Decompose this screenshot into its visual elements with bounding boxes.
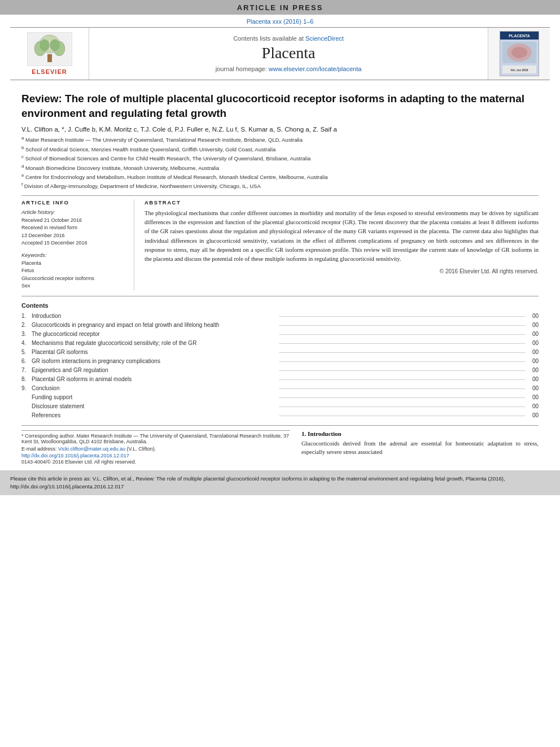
contents-heading: Contents: [21, 302, 539, 309]
contents-page-5: 00: [527, 348, 539, 356]
received-date: Received 21 October 2016: [21, 217, 125, 225]
intro-text: Glucocorticoids derived from the adrenal…: [301, 439, 539, 457]
contents-text-3: The glucocorticoid receptor: [32, 330, 277, 338]
contents-section: Contents 1. Introduction 00 2. Glucocort…: [0, 296, 560, 421]
contents-num-4: 4.: [21, 339, 32, 347]
article-title: Review: The role of multiple placental g…: [21, 91, 539, 120]
email-link[interactable]: Vicki.clifton@mater.uq.edu.au: [58, 446, 125, 452]
keyword-sex: Sex: [21, 282, 125, 290]
intro-heading: 1. Introduction: [301, 430, 539, 437]
keyword-placenta: Placenta: [21, 260, 125, 268]
contents-item-3: 3. The glucocorticoid receptor 00: [21, 330, 539, 338]
contents-page-funding: 00: [527, 394, 539, 401]
contents-item-9: 9. Conclusion 00: [21, 385, 539, 392]
svg-text:PLACENTA: PLACENTA: [509, 34, 530, 38]
contents-text-6: GR isoform interactions in pregnancy com…: [32, 357, 277, 365]
citation-bar: Please cite this article in press as: V.…: [0, 470, 560, 496]
svg-point-6: [50, 40, 59, 51]
contents-dots-3: [279, 329, 525, 335]
contents-item-6: 6. GR isoform interactions in pregnancy …: [21, 357, 539, 365]
contents-dots-funding: [279, 392, 525, 398]
contents-dots-references: [279, 410, 525, 416]
contents-dots-8: [279, 374, 525, 380]
contents-text-references: References: [32, 412, 277, 420]
affiliation-d: d Monash Biomedicine Discovery Institute…: [21, 163, 539, 172]
contents-page-disclosure: 00: [527, 403, 539, 410]
svg-rect-4: [47, 54, 52, 62]
footer-left: * Corresponding author. Mater Research I…: [21, 430, 290, 465]
contents-dots-6: [279, 356, 525, 362]
affiliation-f: f Division of Allergy-Immunology, Depart…: [21, 181, 539, 190]
article-info-column: ARTICLE INFO Article history: Received 2…: [21, 199, 134, 290]
contents-num-7: 7.: [21, 366, 32, 374]
journal-name: Placenta: [262, 44, 316, 62]
elsevier-label: ELSEVIER: [32, 68, 67, 75]
doi-link[interactable]: http://dx.doi.org/10.1016/j.placenta.201…: [21, 453, 290, 458]
contents-item-disclosure: Disclosure statement 00: [21, 403, 539, 410]
contents-page-1: 00: [527, 312, 539, 320]
affiliation-a: a Mater Research Institute — The Univers…: [21, 135, 539, 144]
contents-text-disclosure: Disclosure statement: [32, 403, 277, 410]
contents-item-references: References 00: [21, 412, 539, 420]
contents-num-1: 1.: [21, 312, 32, 320]
contents-text-1: Introduction: [32, 312, 277, 320]
affiliation-e: e Centre for Endocrinology and Metabolis…: [21, 172, 539, 181]
sciencedirect-line: Contents lists available at ScienceDirec…: [233, 35, 344, 42]
revised-label: Received in revised form: [21, 224, 125, 232]
email-line: E-mail address: Vicki.clifton@mater.uq.e…: [21, 446, 290, 452]
contents-item-1: 1. Introduction 00: [21, 312, 539, 320]
contents-dots-4: [279, 338, 525, 344]
contents-dots-5: [279, 347, 525, 353]
contents-page-9: 00: [527, 385, 539, 392]
contents-page-references: 00: [527, 412, 539, 420]
contents-item-8: 8. Placental GR isoforms in animal model…: [21, 375, 539, 383]
journal-header: ELSEVIER Contents lists available at Sci…: [10, 27, 550, 80]
contents-page-3: 00: [527, 330, 539, 338]
journal-citation: Placenta xxx (2016) 1–6: [0, 15, 560, 27]
homepage-line: journal homepage: www.elsevier.com/locat…: [216, 65, 362, 72]
svg-point-5: [40, 40, 49, 51]
contents-text-7: Epigenetics and GR regulation: [32, 366, 277, 374]
divider-1: [21, 195, 539, 196]
contents-item-2: 2. Glucocorticoids in pregnancy and impa…: [21, 321, 539, 329]
revised-date: 13 December 2016: [21, 232, 125, 240]
contents-text-9: Conclusion: [32, 385, 277, 392]
contents-item-5: 5. Placental GR isoforms 00: [21, 348, 539, 356]
contents-item-funding: Funding support 00: [21, 394, 539, 401]
contents-dots-7: [279, 365, 525, 371]
contents-page-8: 00: [527, 375, 539, 383]
affiliations: a Mater Research Institute — The Univers…: [21, 135, 539, 190]
contents-num-8: 8.: [21, 375, 32, 383]
article-in-press-banner: ARTICLE IN PRESS: [0, 0, 560, 15]
article-info-abstract: ARTICLE INFO Article history: Received 2…: [21, 199, 539, 290]
placenta-logo-box: PLACENTA Vol. xxx 2016: [488, 28, 550, 80]
contents-num-6: 6.: [21, 357, 32, 365]
affiliation-c: c School of Biomedical Sciences and Cent…: [21, 154, 539, 163]
contents-page-4: 00: [527, 339, 539, 347]
main-content: Review: The role of multiple placental g…: [0, 80, 560, 290]
history-label: Article history:: [21, 209, 125, 215]
issn-text: 0143-4004/© 2016 Elsevier Ltd. All right…: [21, 459, 290, 465]
keywords-label: Keywords:: [21, 252, 125, 258]
contents-item-7: 7. Epigenetics and GR regulation 00: [21, 366, 539, 374]
abstract-heading: ABSTRACT: [145, 199, 539, 206]
article-info-heading: ARTICLE INFO: [21, 199, 125, 206]
abstract-text: The physiological mechanisms that confer…: [145, 209, 539, 264]
journal-center: Contents lists available at ScienceDirec…: [89, 28, 488, 80]
sciencedirect-link[interactable]: ScienceDirect: [305, 35, 344, 42]
footer-notes: * Corresponding author. Mater Research I…: [0, 426, 560, 465]
affiliation-b: b School of Medical Science, Menzies Hea…: [21, 145, 539, 154]
elsevier-logo-box: ELSEVIER: [10, 28, 89, 80]
contents-text-8: Placental GR isoforms in animal models: [32, 375, 277, 383]
keyword-gr-isoforms: Glucocorticoid receptor isoforms: [21, 275, 125, 283]
contents-num-5: 5.: [21, 348, 32, 356]
contents-text-2: Glucocorticoids in pregnancy and impact …: [32, 321, 277, 329]
svg-point-12: [511, 47, 527, 58]
contents-text-5: Placental GR isoforms: [32, 348, 277, 356]
contents-num-9: 9.: [21, 385, 32, 392]
keyword-fetus: Fetus: [21, 267, 125, 275]
contents-num-3: 3.: [21, 330, 32, 338]
contents-item-4: 4. Mechanisms that regulate glucocortico…: [21, 339, 539, 347]
homepage-link[interactable]: www.elsevier.com/locate/placenta: [269, 65, 361, 72]
copyright-line: © 2016 Elsevier Ltd. All rights reserved…: [145, 268, 539, 274]
